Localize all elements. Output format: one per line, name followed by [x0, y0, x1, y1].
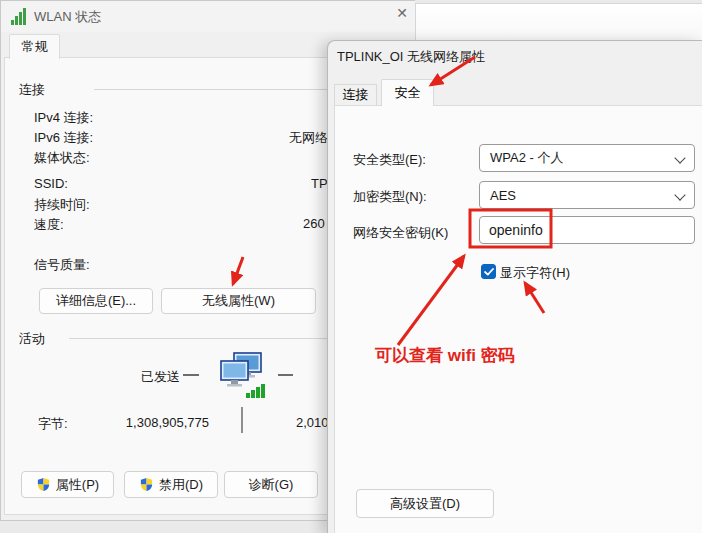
dialog-title: TPLINK_OI 无线网络属性 — [337, 48, 485, 66]
sent-label: 已发送 — [141, 368, 180, 386]
advanced-settings-button[interactable]: 高级设置(D) — [356, 489, 494, 518]
uac-shield-icon — [36, 477, 51, 492]
tab-connection[interactable]: 连接 — [334, 84, 377, 106]
tab-security[interactable]: 安全 — [381, 79, 434, 106]
close-icon[interactable]: ✕ — [391, 2, 413, 24]
encryption-type-value: AES — [490, 188, 516, 203]
tab-general[interactable]: 常规 — [9, 34, 60, 59]
screen: WLAN 状态 ✕ 常规 连接 IPv4 连接: IPv6 连接: 无网络 媒体… — [0, 0, 702, 533]
diagnose-button[interactable]: 诊断(G) — [224, 471, 318, 498]
activity-group-label: 活动 — [19, 330, 45, 348]
dash-line — [183, 374, 199, 376]
dash-line — [278, 374, 293, 376]
row-value-ssid: TP — [311, 176, 328, 191]
check-icon — [484, 268, 494, 276]
divider — [241, 407, 243, 433]
properties-button-label: 属性(P) — [56, 476, 99, 494]
wifi-signal-icon — [11, 8, 30, 25]
security-type-select[interactable]: WPA2 - 个人 — [479, 144, 695, 172]
window-title: WLAN 状态 — [34, 8, 101, 26]
encryption-type-select[interactable]: AES — [479, 181, 695, 209]
details-button[interactable]: 详细信息(E)... — [39, 288, 153, 314]
row-label-signal-quality: 信号质量: — [34, 256, 90, 274]
row-label-duration: 持续时间: — [34, 196, 90, 214]
chevron-down-icon — [674, 152, 685, 163]
row-value-speed: 260 — [303, 216, 325, 231]
row-label-speed: 速度: — [34, 216, 64, 234]
row-label-ssid: SSID: — [34, 176, 68, 191]
show-characters-checkbox[interactable] — [481, 264, 496, 279]
row-label-ipv4: IPv4 连接: — [34, 109, 93, 127]
bytes-sent-value: 1,308,905,775 — [121, 415, 209, 430]
network-key-label: 网络安全密钥(K) — [353, 224, 448, 242]
properties-button[interactable]: 属性(P) — [21, 471, 114, 498]
row-label-media-state: 媒体状态: — [34, 149, 90, 167]
uac-shield-icon — [139, 477, 154, 492]
bytes-label: 字节: — [38, 415, 68, 433]
disable-button[interactable]: 禁用(D) — [124, 471, 218, 498]
wireless-properties-dialog: TPLINK_OI 无线网络属性 连接 安全 安全类型(E): WPA2 - 个… — [327, 40, 702, 533]
encryption-type-label: 加密类型(N): — [353, 188, 427, 206]
network-computers-icon — [215, 351, 267, 403]
connection-group-label: 连接 — [19, 81, 45, 99]
security-type-value: WPA2 - 个人 — [490, 149, 563, 167]
wireless-properties-button[interactable]: 无线属性(W) — [161, 288, 316, 314]
network-key-input[interactable] — [479, 216, 695, 244]
wlan-titlebar: WLAN 状态 ✕ — [1, 1, 415, 32]
row-label-ipv6: IPv6 连接: — [34, 129, 93, 147]
disable-button-label: 禁用(D) — [159, 476, 203, 494]
row-value-ipv6: 无网络 — [289, 129, 328, 147]
diagnose-button-label: 诊断(G) — [249, 476, 294, 494]
background-window-panel — [415, 3, 702, 44]
chevron-down-icon — [674, 189, 685, 200]
show-characters-label: 显示字符(H) — [500, 264, 570, 282]
bytes-received-value: 2,010 — [296, 415, 329, 430]
security-type-label: 安全类型(E): — [353, 151, 426, 169]
